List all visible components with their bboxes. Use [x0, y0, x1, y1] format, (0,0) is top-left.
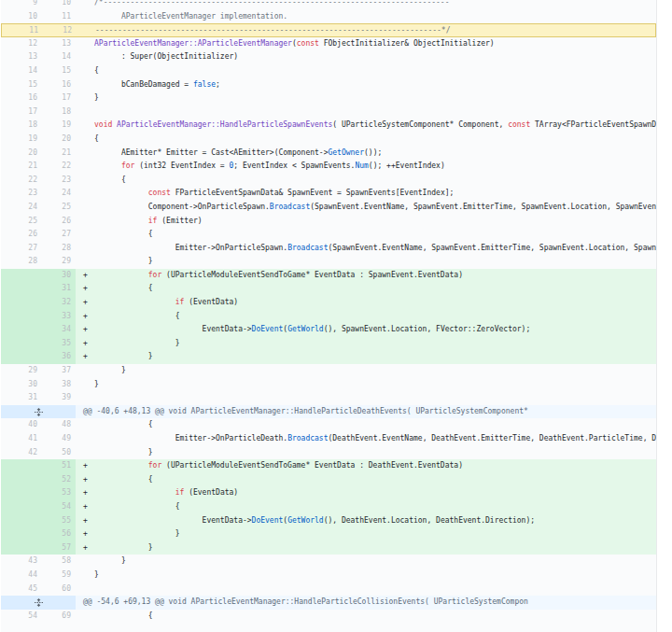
new-line-number[interactable]: 34	[42, 323, 76, 337]
new-line-number[interactable]: 55	[42, 514, 76, 528]
old-line-number[interactable]	[1, 500, 42, 514]
new-line-number[interactable]: 33	[42, 310, 76, 324]
old-line-number[interactable]: 27	[1, 242, 42, 256]
new-line-number[interactable]: 18	[42, 105, 76, 119]
old-line-number[interactable]: 22	[1, 174, 42, 188]
new-line-number[interactable]: 28	[42, 242, 76, 256]
new-line-number[interactable]: 51	[42, 459, 76, 473]
old-line-number[interactable]: 13	[1, 50, 42, 64]
code-token: EventData->	[203, 325, 252, 333]
old-line-number[interactable]: 54	[1, 610, 42, 624]
expand-hunk-icon[interactable]	[35, 597, 43, 608]
new-line-number[interactable]: 49	[42, 432, 76, 446]
new-line-number[interactable]: 10	[42, 0, 76, 10]
old-line-number[interactable]: 26	[1, 228, 42, 242]
old-line-number[interactable]: 21	[1, 160, 42, 174]
new-line-number[interactable]: 53	[42, 486, 76, 500]
old-line-number[interactable]	[1, 282, 42, 296]
expand-hunk-gutter[interactable]	[1, 596, 76, 610]
new-line-number[interactable]: 22	[42, 160, 76, 174]
new-line-number[interactable]: 35	[42, 337, 76, 351]
old-line-number[interactable]: 10	[1, 10, 42, 24]
expand-hunk-icon[interactable]	[35, 407, 43, 417]
new-line-number[interactable]: 26	[42, 215, 76, 229]
old-line-number[interactable]	[1, 310, 42, 324]
old-line-number[interactable]	[1, 337, 42, 351]
old-line-number[interactable]	[1, 269, 42, 283]
new-line-number[interactable]: 29	[42, 255, 76, 269]
new-line-number[interactable]: 23	[42, 174, 76, 188]
old-line-number[interactable]: 17	[1, 105, 42, 119]
new-line-number[interactable]: 60	[42, 583, 76, 597]
old-line-number[interactable]	[1, 541, 42, 555]
old-line-number[interactable]: 29	[1, 364, 42, 378]
old-line-number[interactable]	[1, 459, 42, 473]
old-line-number[interactable]: 40	[1, 418, 42, 432]
old-line-number[interactable]	[1, 486, 42, 500]
new-line-number[interactable]: 58	[42, 555, 76, 569]
new-line-number[interactable]: 59	[42, 569, 76, 583]
old-line-number[interactable]: 28	[1, 255, 42, 269]
new-line-number[interactable]: 39	[42, 391, 76, 405]
old-line-number[interactable]: 41	[1, 432, 42, 446]
new-line-number[interactable]: 56	[42, 527, 76, 541]
old-line-number[interactable]: 9	[1, 0, 42, 10]
new-line-number[interactable]: 57	[42, 541, 76, 555]
old-line-number[interactable]: 14	[1, 64, 42, 78]
old-line-number[interactable]: 20	[1, 147, 42, 161]
new-line-number[interactable]: 37	[42, 364, 76, 378]
code-token: Emitter->OnParticleDeath.	[175, 434, 287, 442]
new-line-number[interactable]: 38	[42, 378, 76, 392]
old-line-number[interactable]: 11	[2, 24, 43, 36]
old-line-number[interactable]	[1, 527, 42, 541]
old-line-number[interactable]: 19	[1, 133, 42, 147]
old-line-number[interactable]: 15	[1, 78, 42, 92]
code-token: {	[148, 420, 153, 428]
new-line-number[interactable]: 11	[42, 10, 76, 24]
old-line-number[interactable]	[1, 473, 42, 487]
old-line-number[interactable]: 23	[1, 187, 42, 201]
new-line-number[interactable]: 48	[42, 418, 76, 432]
new-line-number[interactable]: 19	[42, 119, 76, 133]
expand-hunk-gutter[interactable]	[1, 405, 76, 419]
new-line-number[interactable]: 36	[42, 350, 76, 364]
new-line-number[interactable]: 54	[42, 500, 76, 514]
new-line-number[interactable]: 27	[42, 228, 76, 242]
old-line-number[interactable]: 24	[1, 201, 42, 215]
old-line-number[interactable]: 45	[1, 583, 42, 597]
new-line-number[interactable]: 20	[42, 133, 76, 147]
new-line-number[interactable]: 14	[42, 50, 76, 64]
new-line-number[interactable]: 15	[42, 64, 76, 78]
old-line-number[interactable]: 18	[1, 119, 42, 133]
old-line-number[interactable]	[1, 296, 42, 310]
old-line-number[interactable]: 30	[1, 378, 42, 392]
new-line-number[interactable]: 69	[42, 610, 76, 624]
old-line-number[interactable]: 42	[1, 446, 42, 460]
new-line-number[interactable]: 30	[42, 269, 76, 283]
old-line-number[interactable]: 43	[1, 555, 42, 569]
new-line-number[interactable]: 25	[42, 201, 76, 215]
new-line-number[interactable]: 24	[42, 187, 76, 201]
old-line-number[interactable]	[1, 350, 42, 364]
new-line-number[interactable]: 50	[42, 446, 76, 460]
old-line-number[interactable]: 12	[1, 37, 42, 51]
new-line-number[interactable]: 32	[42, 296, 76, 310]
old-line-number[interactable]	[1, 623, 42, 632]
diff-row: 34+ EventData->DoEvent(GetWorld(), Spawn…	[1, 323, 656, 337]
old-line-number[interactable]: 25	[1, 215, 42, 229]
code-token: (); ++EventIndex)	[369, 162, 445, 170]
new-line-number[interactable]: 52	[42, 473, 76, 487]
new-line-number[interactable]: 16	[42, 78, 76, 92]
old-line-number[interactable]: 44	[1, 569, 42, 583]
new-line-number[interactable]: 12	[43, 24, 77, 36]
new-line-number[interactable]: 31	[42, 282, 76, 296]
diff-sign	[76, 242, 94, 256]
new-line-number[interactable]: 17	[42, 91, 76, 105]
old-line-number[interactable]: 31	[1, 391, 42, 405]
new-line-number[interactable]: 21	[42, 147, 76, 161]
new-line-number[interactable]	[42, 623, 76, 632]
old-line-number[interactable]	[1, 514, 42, 528]
old-line-number[interactable]	[1, 323, 42, 337]
old-line-number[interactable]: 16	[1, 91, 42, 105]
new-line-number[interactable]: 13	[42, 37, 76, 51]
